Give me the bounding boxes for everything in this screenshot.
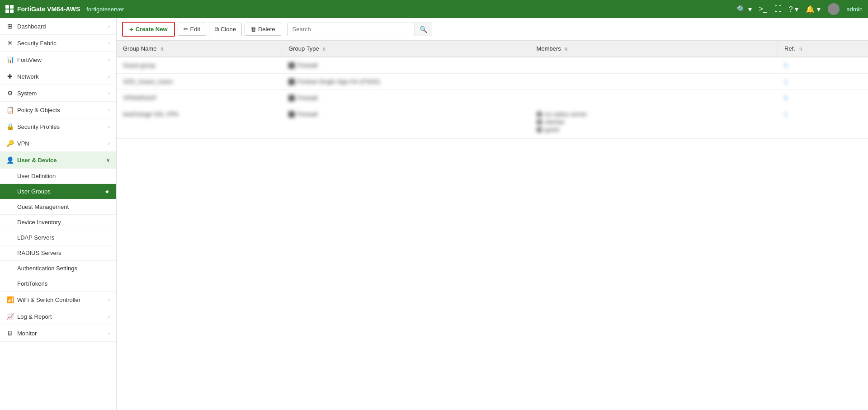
cell-members bbox=[530, 57, 778, 74]
username[interactable]: admin bbox=[847, 6, 863, 13]
clone-button[interactable]: ⧉ Clone bbox=[209, 23, 242, 36]
clone-icon: ⧉ bbox=[215, 26, 219, 33]
table-wrap: Group Name ⇅ Group Type ⇅ Members ⇅ Re bbox=[117, 41, 868, 410]
sort-icon: ⇅ bbox=[799, 47, 802, 52]
search-input[interactable] bbox=[288, 23, 415, 35]
chevron-right-icon: › bbox=[108, 40, 110, 46]
table-row[interactable]: testOrange SSL VPN Firewall no radius bbox=[117, 106, 868, 139]
sidebar-item-vpn[interactable]: 🔑 VPN › bbox=[0, 135, 116, 152]
sidebar-subitem-device-inventory[interactable]: Device Inventory bbox=[0, 215, 116, 230]
chevron-right-icon: › bbox=[108, 297, 110, 302]
member-icon bbox=[536, 111, 542, 118]
sidebar-subitem-guest-management[interactable]: Guest Management bbox=[0, 199, 116, 215]
sidebar-label-network: Network bbox=[17, 73, 39, 80]
trash-icon: 🗑 bbox=[250, 26, 256, 33]
edit-button[interactable]: ✏ Edit bbox=[178, 23, 206, 36]
create-new-button[interactable]: + Create New bbox=[122, 22, 175, 37]
bell-icon[interactable]: 🔔 ▾ bbox=[806, 5, 820, 14]
create-new-label: Create New bbox=[136, 26, 168, 33]
ref-value[interactable]: 1 bbox=[784, 78, 788, 85]
edit-label: Edit bbox=[190, 26, 200, 33]
ref-value[interactable]: 0 bbox=[784, 94, 788, 101]
subitem-label-radius-servers: RADIUS Servers bbox=[17, 250, 61, 256]
sidebar-item-inner: 🔑 VPN bbox=[6, 140, 29, 147]
logo-grid-icon bbox=[5, 5, 14, 13]
sidebar-label-security-fabric: Security Fabric bbox=[17, 40, 57, 47]
group-type-badge: Firewall bbox=[288, 62, 524, 69]
sidebar-item-dashboard[interactable]: ⊞ Dashboard › bbox=[0, 18, 116, 35]
ref-value[interactable]: 1 bbox=[784, 111, 788, 118]
terminal-icon[interactable]: >_ bbox=[759, 5, 767, 13]
sidebar-item-monitor[interactable]: 🖥 Monitor › bbox=[0, 325, 116, 342]
sidebar-subitem-radius-servers[interactable]: RADIUS Servers bbox=[0, 245, 116, 261]
fsso-icon bbox=[288, 79, 295, 85]
monitor-icon: 🖥 bbox=[6, 330, 14, 337]
sidebar-item-user-device[interactable]: 👤 User & Device ∨ bbox=[0, 152, 116, 169]
sidebar: ⊞ Dashboard › ✳ Security Fabric › 📊 Fort… bbox=[0, 18, 117, 410]
help-icon[interactable]: ? ▾ bbox=[789, 5, 798, 14]
fullscreen-icon[interactable]: ⛶ bbox=[774, 5, 782, 13]
sidebar-subitem-ldap-servers[interactable]: LDAP Servers bbox=[0, 230, 116, 245]
content-area: + Create New ✏ Edit ⧉ Clone 🗑 Delete 🔍 bbox=[117, 18, 868, 410]
sidebar-item-inner: 📶 WiFi & Switch Controller bbox=[6, 296, 80, 303]
sidebar-subitem-user-definition[interactable]: User Definition bbox=[0, 169, 116, 184]
sort-icon: ⇅ bbox=[564, 47, 568, 52]
sidebar-item-security-fabric[interactable]: ✳ Security Fabric › bbox=[0, 35, 116, 52]
sidebar-item-system[interactable]: ⚙ System › bbox=[0, 85, 116, 102]
wifi-icon: 📶 bbox=[6, 296, 14, 303]
system-icon: ⚙ bbox=[6, 90, 14, 97]
col-header-group-name[interactable]: Group Name ⇅ bbox=[117, 41, 282, 57]
avatar[interactable] bbox=[828, 3, 840, 15]
chevron-right-icon: › bbox=[108, 124, 110, 129]
sidebar-item-inner: ⚙ System bbox=[6, 90, 37, 97]
sidebar-label-wifi: WiFi & Switch Controller bbox=[17, 297, 80, 303]
cell-members: no radius server clientaz guest bbox=[530, 106, 778, 139]
search-icon[interactable]: 🔍 ▾ bbox=[737, 5, 751, 14]
sidebar-subitem-user-groups[interactable]: User Groups ★ bbox=[0, 184, 116, 199]
policy-icon: 📋 bbox=[6, 106, 14, 113]
delete-label: Delete bbox=[258, 26, 275, 33]
sidebar-item-policy-objects[interactable]: 📋 Policy & Objects › bbox=[0, 102, 116, 118]
sidebar-item-inner: ⊞ Dashboard bbox=[6, 23, 46, 30]
col-header-ref[interactable]: Ref. ⇅ bbox=[778, 41, 868, 57]
search-button[interactable]: 🔍 bbox=[415, 23, 432, 36]
log-icon: 📈 bbox=[6, 313, 14, 320]
sidebar-item-inner: ✚ Network bbox=[6, 73, 39, 80]
col-header-group-type[interactable]: Group Type ⇅ bbox=[282, 41, 530, 57]
cell-group-type: Firewall bbox=[282, 90, 530, 106]
star-icon[interactable]: ★ bbox=[104, 188, 110, 195]
member-name: clientaz bbox=[545, 118, 565, 125]
sidebar-item-fortiview[interactable]: 📊 FortiView › bbox=[0, 52, 116, 68]
col-header-members[interactable]: Members ⇅ bbox=[530, 41, 778, 57]
sidebar-subitem-fortitokens[interactable]: FortiTokens bbox=[0, 276, 116, 292]
group-type-value: Firewall bbox=[297, 111, 318, 118]
sidebar-subitem-auth-settings[interactable]: Authentication Settings bbox=[0, 261, 116, 276]
cell-members bbox=[530, 74, 778, 90]
cell-group-type: Firewall bbox=[282, 57, 530, 74]
member-item: clientaz bbox=[536, 118, 771, 125]
member-icon bbox=[536, 119, 542, 125]
group-name-value: SSO_Guest_Users bbox=[123, 78, 173, 85]
sidebar-item-network[interactable]: ✚ Network › bbox=[0, 68, 116, 85]
delete-button[interactable]: 🗑 Delete bbox=[245, 23, 281, 36]
member-item: guest bbox=[536, 126, 771, 133]
member-item: no radius server bbox=[536, 111, 771, 118]
chevron-right-icon: › bbox=[108, 107, 110, 113]
table-row[interactable]: VPNGROUP Firewall 0 bbox=[117, 90, 868, 106]
cell-group-name: VPNGROUP bbox=[117, 90, 282, 106]
cell-ref: 1 bbox=[778, 106, 868, 139]
table-row[interactable]: SSO_Guest_Users Fortinet Single Sign-On … bbox=[117, 74, 868, 90]
topbar-left: FortiGate VM64-AWS fortigateserver bbox=[5, 5, 124, 13]
sidebar-item-log-report[interactable]: 📈 Log & Report › bbox=[0, 308, 116, 325]
sidebar-item-wifi-switch[interactable]: 📶 WiFi & Switch Controller › bbox=[0, 292, 116, 308]
ref-value[interactable]: 0 bbox=[784, 62, 788, 69]
sidebar-item-security-profiles[interactable]: 🔒 Security Profiles › bbox=[0, 118, 116, 135]
col-label-group-name: Group Name bbox=[123, 45, 156, 52]
app-logo[interactable]: FortiGate VM64-AWS bbox=[5, 5, 80, 13]
hostname[interactable]: fortigateserver bbox=[86, 6, 124, 13]
topbar: FortiGate VM64-AWS fortigateserver 🔍 ▾ >… bbox=[0, 0, 868, 18]
user-groups-table: Group Name ⇅ Group Type ⇅ Members ⇅ Re bbox=[117, 41, 868, 139]
sidebar-label-security-profiles: Security Profiles bbox=[17, 123, 60, 130]
table-row[interactable]: Guest group Firewall 0 bbox=[117, 57, 868, 74]
sidebar-item-inner: 📊 FortiView bbox=[6, 56, 42, 63]
